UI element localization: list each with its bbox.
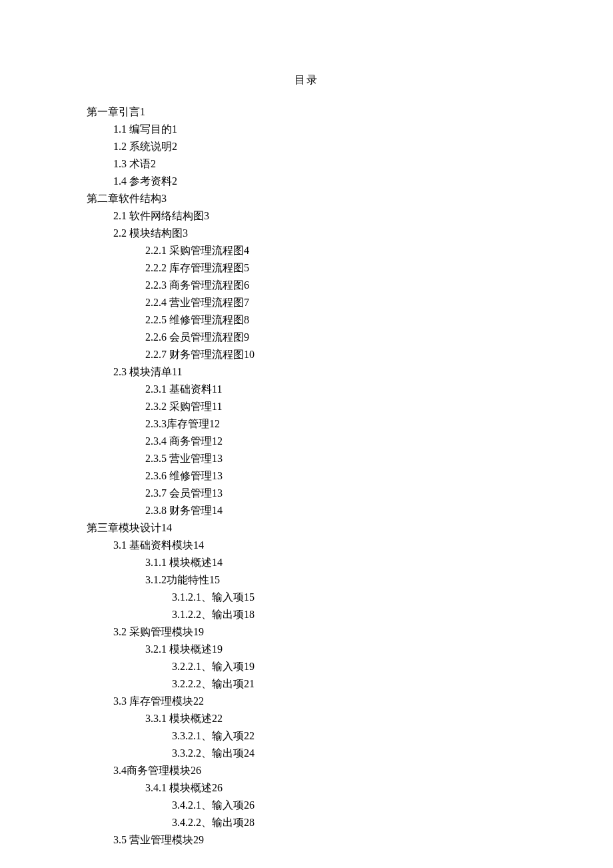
toc-entry: 2.3.2 采购管理11 bbox=[145, 398, 526, 415]
toc-entry: 3.3.2.2、输出项24 bbox=[172, 745, 526, 762]
toc-entry: 2.2.1 采购管理流程图4 bbox=[145, 242, 526, 259]
toc-entry: 1.2 系统说明2 bbox=[113, 138, 526, 155]
toc-entry: 2.2.7 财务管理流程图10 bbox=[145, 346, 526, 363]
toc-entry: 3.2.2.2、输出项21 bbox=[172, 675, 526, 693]
toc-title: 目录 bbox=[87, 73, 526, 87]
toc-entry: 2.1 软件网络结构图3 bbox=[113, 207, 526, 225]
toc-entry: 3.3.1 模块概述22 bbox=[145, 710, 526, 727]
toc-entry: 2.3.3库存管理12 bbox=[145, 415, 526, 433]
toc-entry: 1.3 术语2 bbox=[113, 155, 526, 173]
toc-entry: 2.2.4 营业管理流程图7 bbox=[145, 294, 526, 311]
toc-entry: 3.2.1 模块概述19 bbox=[145, 641, 526, 658]
toc-entry: 2.3.8 财务管理14 bbox=[145, 502, 526, 519]
toc-entry: 3.1 基础资料模块14 bbox=[113, 537, 526, 554]
toc-entry: 3.4商务管理模块26 bbox=[113, 762, 526, 779]
toc-entry: 2.2 模块结构图3 bbox=[113, 225, 526, 242]
toc-entry: 第二章软件结构3 bbox=[87, 190, 526, 207]
toc-entry: 1.4 参考资料2 bbox=[113, 173, 526, 190]
toc-entry: 第一章引言1 bbox=[87, 103, 526, 121]
toc-entry: 3.1.2功能特性15 bbox=[145, 571, 526, 589]
toc-entry: 3.1.2.2、输出项18 bbox=[172, 606, 526, 623]
toc-entry: 3.5 营业管理模块29 bbox=[113, 831, 526, 849]
toc-entry: 第三章模块设计14 bbox=[87, 519, 526, 537]
toc-list: 第一章引言11.1 编写目的11.2 系统说明21.3 术语21.4 参考资料2… bbox=[87, 103, 526, 849]
toc-entry: 2.3.6 维修管理13 bbox=[145, 467, 526, 485]
toc-entry: 3.3 库存管理模块22 bbox=[113, 693, 526, 710]
toc-entry: 3.2.2.1、输入项19 bbox=[172, 658, 526, 675]
toc-entry: 2.3.1 基础资料11 bbox=[145, 381, 526, 398]
toc-entry: 2.3.5 营业管理13 bbox=[145, 450, 526, 467]
toc-entry: 3.4.2.2、输出项28 bbox=[172, 814, 526, 831]
toc-entry: 3.4.2.1、输入项26 bbox=[172, 797, 526, 814]
toc-entry: 2.2.2 库存管理流程图5 bbox=[145, 259, 526, 277]
toc-entry: 2.2.5 维修管理流程图8 bbox=[145, 311, 526, 329]
toc-entry: 3.2 采购管理模块19 bbox=[113, 623, 526, 641]
toc-entry: 3.4.1 模块概述26 bbox=[145, 779, 526, 797]
toc-entry: 2.3.4 商务管理12 bbox=[145, 433, 526, 450]
toc-entry: 2.3 模块清单11 bbox=[113, 363, 526, 381]
toc-entry: 3.3.2.1、输入项22 bbox=[172, 727, 526, 745]
toc-entry: 2.3.7 会员管理13 bbox=[145, 485, 526, 502]
toc-entry: 1.1 编写目的1 bbox=[113, 121, 526, 138]
toc-entry: 3.1.2.1、输入项15 bbox=[172, 589, 526, 606]
toc-entry: 3.1.1 模块概述14 bbox=[145, 554, 526, 571]
toc-entry: 2.2.6 会员管理流程图9 bbox=[145, 329, 526, 346]
toc-entry: 2.2.3 商务管理流程图6 bbox=[145, 277, 526, 294]
